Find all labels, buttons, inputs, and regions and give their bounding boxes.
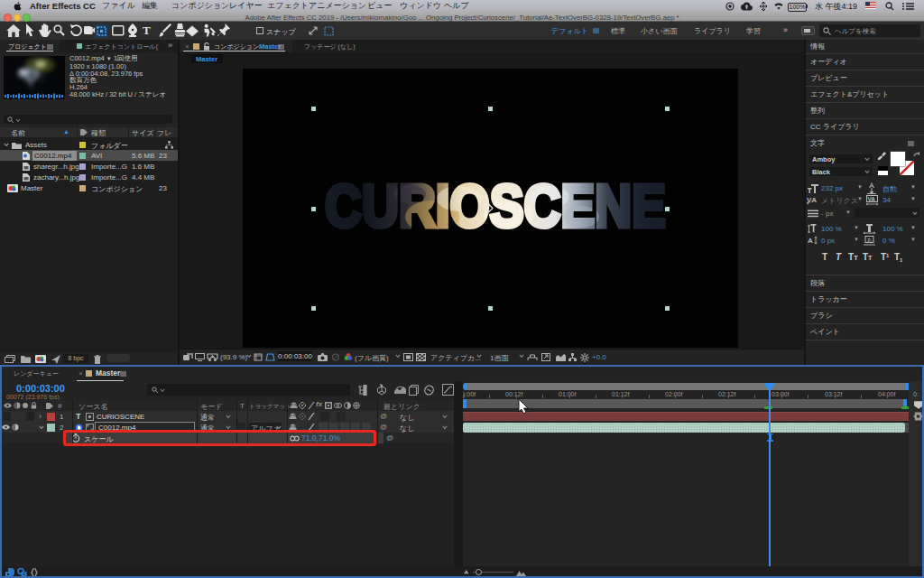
svg-text:あ: あ (867, 238, 873, 244)
svg-text:A: A (808, 237, 813, 245)
svg-text:VA: VA (868, 196, 876, 202)
